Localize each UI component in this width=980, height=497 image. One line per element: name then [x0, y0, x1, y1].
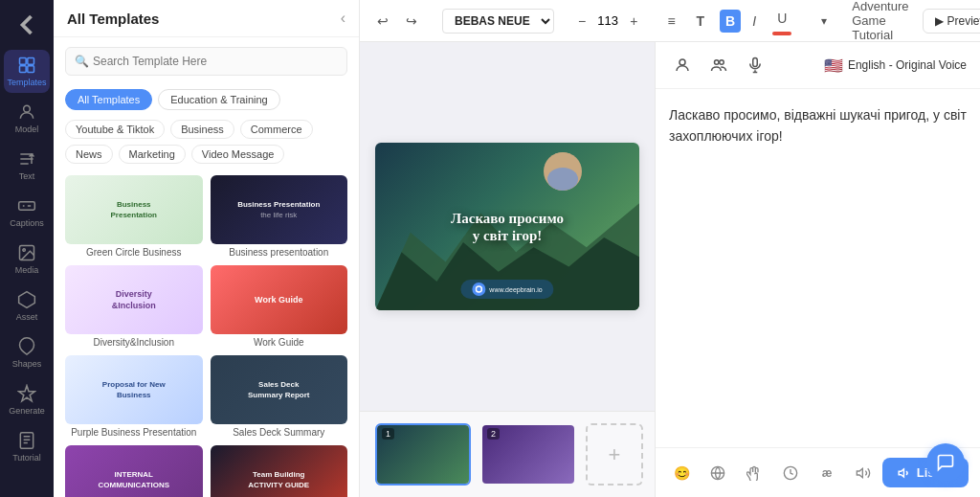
toolbar: ↩ ↪ BEBAS NEUE − 113 + ≡ T B I U ▾ Adven… [360, 0, 980, 42]
sidebar-item-shapes[interactable]: Shapes [4, 331, 50, 374]
template-card-7[interactable]: INTERNAL COMMUNICATIONS Internal communi… [65, 445, 203, 497]
underline-button[interactable]: U [771, 7, 792, 30]
flag-icon: 🇺🇸 [824, 56, 843, 75]
slide-badge-url: www.deepbrain.io [489, 286, 542, 293]
redo-button[interactable]: ↪ [400, 10, 423, 33]
sidebar-item-templates[interactable]: Templates [4, 50, 50, 93]
slide-text-line2: у світ ігор! [451, 227, 564, 244]
align-button[interactable]: ≡ [661, 10, 680, 33]
ae-icon[interactable]: æ [813, 459, 841, 487]
project-name[interactable]: Adventure Game Tutorial [844, 0, 916, 46]
tag-youtube-tiktok[interactable]: Youtube & Tiktok [65, 120, 165, 139]
hand-icon[interactable] [740, 459, 768, 487]
sidebar-item-captions[interactable]: Captions [4, 191, 50, 234]
play-icon: ▶ [935, 14, 944, 28]
right-panel-content: Ласкаво просимо, відважні шукачі пригод,… [656, 89, 980, 447]
undo-button[interactable]: ↩ [371, 10, 394, 33]
tag-news[interactable]: News [65, 145, 113, 164]
thumbnail-add-button[interactable]: + [586, 423, 643, 486]
template-card-5[interactable]: Proposal for New Business Purple Busines… [65, 355, 203, 438]
template-card-4[interactable]: Work Guide Work Guide [211, 265, 348, 348]
speaker-icon[interactable] [849, 459, 878, 487]
filter-tabs: All Templates Education & Training [54, 85, 359, 118]
preview-button[interactable]: ▶ Preview [923, 9, 980, 34]
sidebar-generate-label: Generate [9, 406, 45, 416]
right-panel-header: 🇺🇸 English - Original Voice [656, 42, 980, 89]
filter-all-templates[interactable]: All Templates [65, 89, 152, 110]
text-button[interactable]: T [691, 10, 711, 33]
lang-badge[interactable]: 🇺🇸 English - Original Voice [824, 56, 967, 75]
filter-tags: Youtube & Tiktok Business Commerce News … [54, 118, 359, 171]
template-card-8[interactable]: Team Building ACTIVITY GUIDE Team buildi… [211, 445, 348, 497]
svg-marker-8 [19, 292, 35, 308]
badge-icon [472, 282, 485, 296]
tag-marketing[interactable]: Marketing [119, 145, 186, 164]
svg-point-16 [715, 60, 720, 65]
tag-video-message[interactable]: Video Message [191, 145, 285, 164]
template-name-2: Business presentoation [211, 247, 348, 258]
template-card-3[interactable]: Diversity &Inclusion Diversity&Inclusion [65, 265, 203, 348]
slide-canvas[interactable]: Ласкаво просимо у світ ігор! www.deepbra… [375, 143, 639, 310]
templates-header: All Templates ‹ [54, 0, 359, 37]
templates-grid: Business Presentation Green Circle Busin… [54, 171, 359, 497]
thumbnail-1[interactable]: 1 [375, 423, 471, 486]
search-wrap: 🔍 [65, 47, 347, 76]
sidebar-model-label: Model [15, 124, 39, 134]
sidebar-item-model[interactable]: Model [4, 97, 50, 140]
voice-text[interactable]: Ласкаво просимо, відважні шукачі пригод,… [669, 104, 967, 147]
sidebar-back-button[interactable] [10, 8, 44, 42]
template-name-1: Green Circle Business [65, 247, 203, 258]
template-card-6[interactable]: Sales Deck Summary Report Sales Deck Sum… [211, 355, 348, 438]
filter-education[interactable]: Education & Training [158, 89, 280, 110]
tag-business[interactable]: Business [170, 120, 234, 139]
template-name-4: Work Guide [211, 337, 348, 348]
sidebar-item-tutorial[interactable]: Tutorial [4, 425, 50, 468]
font-family-select[interactable]: BEBAS NEUE [442, 9, 554, 34]
slide-avatar [544, 152, 582, 191]
svg-rect-3 [28, 66, 34, 73]
templates-collapse-button[interactable]: ‹ [341, 10, 345, 27]
emoji-icon[interactable]: 😊 [667, 459, 696, 487]
template-card-1[interactable]: Business Presentation Green Circle Busin… [65, 175, 203, 258]
rp-footer-icons: 😊 [667, 459, 878, 487]
templates-panel: All Templates ‹ 🔍 All Templates Educatio… [54, 0, 360, 497]
svg-point-17 [720, 60, 724, 65]
sidebar-item-generate[interactable]: Generate [4, 378, 50, 421]
tag-commerce[interactable]: Commerce [240, 120, 313, 139]
mic-icon[interactable] [742, 52, 768, 79]
sidebar-media-label: Media [15, 265, 39, 275]
svg-point-7 [23, 249, 25, 252]
underline-color-swatch [772, 32, 791, 35]
italic-button[interactable]: I [746, 10, 762, 33]
right-panel-icons [669, 52, 768, 79]
sidebar-item-text[interactable]: Text [4, 144, 50, 187]
font-size-increase[interactable]: + [625, 11, 642, 31]
svg-point-4 [24, 105, 31, 112]
svg-rect-0 [20, 58, 27, 65]
svg-point-15 [679, 59, 685, 65]
sidebar-item-media[interactable]: Media [4, 237, 50, 281]
font-size-decrease[interactable]: − [573, 11, 590, 31]
content-area: Ласкаво просимо у світ ігор! www.deepbra… [360, 42, 980, 497]
more-options-button[interactable]: ▾ [815, 11, 833, 32]
svg-point-13 [547, 168, 578, 191]
thumbnail-2[interactable]: 2 [480, 423, 576, 486]
chat-bubble-button[interactable] [926, 443, 965, 482]
bold-button[interactable]: B [720, 10, 741, 33]
sidebar-captions-label: Captions [10, 218, 44, 228]
sidebar-text-label: Text [19, 171, 35, 181]
search-input[interactable] [65, 47, 347, 76]
group-icon[interactable] [705, 52, 732, 79]
svg-rect-1 [28, 58, 34, 65]
sidebar-templates-label: Templates [7, 78, 46, 87]
person-icon[interactable] [669, 52, 696, 79]
template-card-2[interactable]: Business Presentation the life risk Busi… [211, 175, 348, 258]
translate-icon[interactable] [703, 459, 732, 487]
clock-icon[interactable] [776, 459, 805, 487]
font-size-value: 113 [594, 13, 621, 28]
sidebar-tutorial-label: Tutorial [12, 453, 41, 463]
slide-text-line1: Ласкаво просимо [451, 210, 564, 227]
svg-rect-9 [20, 433, 33, 449]
underline-wrap: U [768, 4, 796, 38]
sidebar-item-asset[interactable]: Asset [4, 284, 50, 328]
